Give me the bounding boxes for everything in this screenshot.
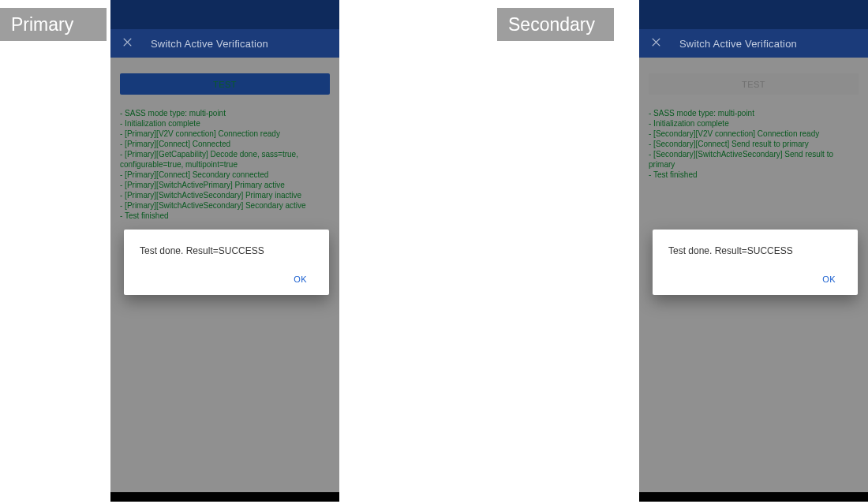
app-bar: Switch Active Verification [639, 29, 868, 58]
log-line: - [Primary][SwitchActivePrimary] Primary… [120, 180, 330, 190]
dialog-message: Test done. Result=SUCCESS [140, 245, 313, 256]
screenshot-label-secondary: Secondary [497, 8, 614, 41]
test-button[interactable]: TEST [120, 73, 330, 95]
nav-bar [639, 492, 868, 502]
dialog-ok-button[interactable]: OK [816, 271, 842, 287]
app-bar-title: Switch Active Verification [151, 38, 268, 50]
dialog-ok-button[interactable]: OK [287, 271, 313, 287]
close-icon[interactable] [122, 36, 133, 51]
dialog-message: Test done. Result=SUCCESS [668, 245, 842, 256]
close-icon[interactable] [650, 36, 662, 51]
log-line: - Test finished [649, 170, 859, 180]
log-output: - SASS mode type: multi-point- Initializ… [649, 108, 859, 180]
log-line: - [Secondary][SwitchActiveSecondary] Sen… [649, 149, 859, 170]
phone-secondary: Switch Active Verification TEST - SASS m… [639, 0, 868, 502]
log-line: - [Primary][V2V connection] Connection r… [120, 129, 330, 139]
nav-bar [110, 492, 339, 502]
log-line: - SASS mode type: multi-point [649, 108, 859, 118]
log-line: - [Primary][GetCapability] Decode done, … [120, 149, 330, 170]
log-line: - [Primary][Connect] Connected [120, 139, 330, 149]
log-line: - [Primary][SwitchActiveSecondary] Prima… [120, 190, 330, 200]
content-area: TEST - SASS mode type: multi-point- Init… [639, 58, 868, 180]
content-area: TEST - SASS mode type: multi-point- Init… [110, 58, 339, 221]
log-line: - SASS mode type: multi-point [120, 108, 330, 118]
log-line: - [Secondary][Connect] Send result to pr… [649, 139, 859, 149]
result-dialog: Test done. Result=SUCCESS OK [124, 230, 329, 295]
log-output: - SASS mode type: multi-point- Initializ… [120, 108, 330, 221]
log-line: - [Primary][SwitchActiveSecondary] Secon… [120, 200, 330, 211]
log-line: - Initialization complete [649, 118, 859, 129]
screenshot-label-primary: Primary [0, 8, 107, 41]
app-bar: Switch Active Verification [110, 29, 339, 58]
log-line: - [Secondary][V2V connection] Connection… [649, 129, 859, 139]
app-bar-title: Switch Active Verification [679, 38, 797, 50]
log-line: - Test finished [120, 211, 330, 221]
test-button[interactable]: TEST [649, 73, 859, 95]
status-bar [110, 0, 339, 29]
status-bar [639, 0, 868, 29]
log-line: - Initialization complete [120, 118, 330, 129]
result-dialog: Test done. Result=SUCCESS OK [653, 230, 858, 295]
log-line: - [Primary][Connect] Secondary connected [120, 170, 330, 180]
phone-primary: Switch Active Verification TEST - SASS m… [110, 0, 339, 502]
